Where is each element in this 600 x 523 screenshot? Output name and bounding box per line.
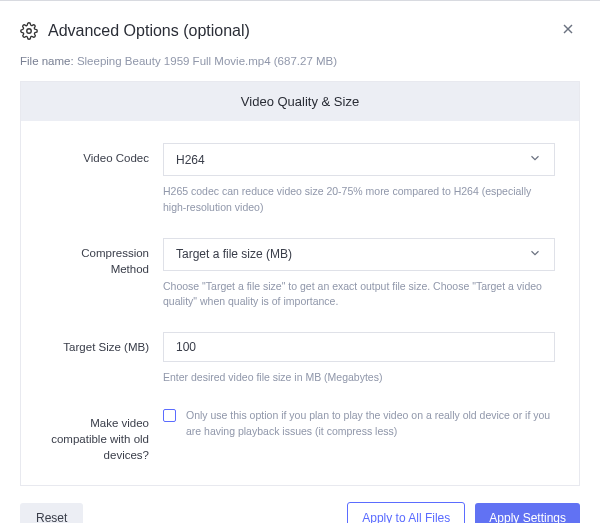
chevron-down-icon xyxy=(528,246,542,263)
video-codec-help: H265 codec can reduce video size 20-75% … xyxy=(163,184,555,216)
video-codec-value: H264 xyxy=(176,153,205,167)
compression-method-row: Compression Method Target a file size (M… xyxy=(45,238,555,311)
compression-method-select[interactable]: Target a file size (MB) xyxy=(163,238,555,271)
compression-method-help: Choose "Target a file size" to get an ex… xyxy=(163,279,555,311)
video-codec-control: H264 H265 codec can reduce video size 20… xyxy=(163,143,555,216)
compat-label: Make video compatible with old devices? xyxy=(45,408,163,463)
page-title: Advanced Options (optional) xyxy=(48,22,556,40)
apply-settings-button[interactable]: Apply Settings xyxy=(475,503,580,523)
compression-method-value: Target a file size (MB) xyxy=(176,247,292,261)
compat-control: Only use this option if you plan to play… xyxy=(163,408,555,463)
filename-label: File name: xyxy=(20,55,74,67)
compat-checkbox[interactable] xyxy=(163,409,176,422)
gear-icon xyxy=(20,22,38,40)
target-size-help: Enter desired video file size in MB (Meg… xyxy=(163,370,555,386)
compression-method-control: Target a file size (MB) Choose "Target a… xyxy=(163,238,555,311)
panel-body: Video Codec H264 H265 codec can reduce v… xyxy=(21,121,579,485)
target-size-label: Target Size (MB) xyxy=(45,332,163,386)
header-bar: Advanced Options (optional) xyxy=(0,1,600,55)
close-icon[interactable] xyxy=(556,17,580,45)
reset-button[interactable]: Reset xyxy=(20,503,83,523)
target-size-value: 100 xyxy=(176,340,196,354)
target-size-input[interactable]: 100 xyxy=(163,332,555,362)
panel-title: Video Quality & Size xyxy=(21,82,579,121)
filename-value: Sleeping Beauty 1959 Full Movie.mp4 (687… xyxy=(77,55,337,67)
apply-all-button[interactable]: Apply to All Files xyxy=(347,502,465,523)
chevron-down-icon xyxy=(528,151,542,168)
filename-row: File name: Sleeping Beauty 1959 Full Mov… xyxy=(0,55,600,81)
video-codec-row: Video Codec H264 H265 codec can reduce v… xyxy=(45,143,555,216)
video-codec-label: Video Codec xyxy=(45,143,163,216)
compression-method-label: Compression Method xyxy=(45,238,163,311)
target-size-control: 100 Enter desired video file size in MB … xyxy=(163,332,555,386)
target-size-row: Target Size (MB) 100 Enter desired video… xyxy=(45,332,555,386)
settings-panel: Video Quality & Size Video Codec H264 H2… xyxy=(20,81,580,486)
footer-bar: Reset Apply to All Files Apply Settings xyxy=(0,486,600,523)
svg-point-0 xyxy=(27,29,32,34)
compat-help: Only use this option if you plan to play… xyxy=(186,408,555,440)
video-codec-select[interactable]: H264 xyxy=(163,143,555,176)
compat-row: Make video compatible with old devices? … xyxy=(45,408,555,463)
